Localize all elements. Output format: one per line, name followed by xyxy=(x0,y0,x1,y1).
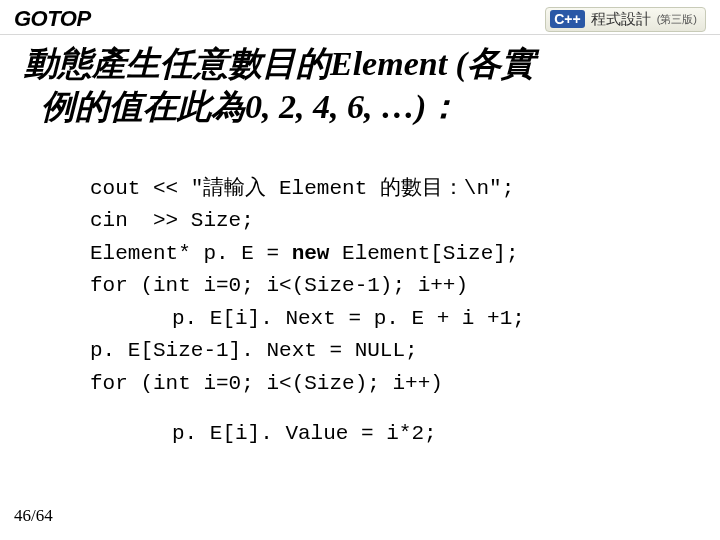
title-line1-cjk: 動態產生任意數目的 xyxy=(24,45,330,82)
page-number: 46/64 xyxy=(14,506,53,526)
code-line-5: p. E[i]. Next = p. E + i +1; xyxy=(90,303,525,336)
title-line2-cjk: 例的值在此為 xyxy=(41,88,245,125)
code-line-3a: Element* p. E = xyxy=(90,242,292,265)
keyword-new: new xyxy=(292,242,330,265)
code-line-1: cout << "請輸入 Element 的數目：\n"; xyxy=(90,173,514,206)
code-line-6: p. E[Size-1]. Next = NULL; xyxy=(90,335,418,368)
code-line-7: for (int i=0; i<(Size); i++) xyxy=(90,368,443,401)
code-line-4: for (int i=0; i<(Size-1); i++) xyxy=(90,270,468,303)
code-block: cout << "請輸入 Element 的數目：\n"; cin >> Siz… xyxy=(0,128,720,451)
code-line-2: cin >> Size; xyxy=(90,205,254,238)
code-line-3: Element* p. E = new Element[Size]; xyxy=(90,238,518,271)
slide-title: 動態產生任意數目的Element (各實 例的值在此為0, 2, 4, 6, …… xyxy=(0,35,720,128)
title-line1-cjk-tail: 各實 xyxy=(467,45,535,82)
slide-header: GOTOP C++ 程式設計 (第三版) xyxy=(0,0,720,35)
language-badge: C++ xyxy=(550,10,584,28)
publisher-logo: GOTOP xyxy=(14,6,91,32)
book-title-text: 程式設計 xyxy=(591,10,651,29)
title-line2-cjk-tail: ： xyxy=(426,88,460,125)
book-badge: C++ 程式設計 (第三版) xyxy=(545,7,706,32)
book-edition: (第三版) xyxy=(657,12,697,27)
code-line-8: p. E[i]. Value = i*2; xyxy=(90,418,437,451)
code-line-3b: Element[Size]; xyxy=(329,242,518,265)
title-line1-latin: Element ( xyxy=(330,45,467,82)
title-line2-latin: 0, 2, 4, 6, …) xyxy=(245,88,426,125)
